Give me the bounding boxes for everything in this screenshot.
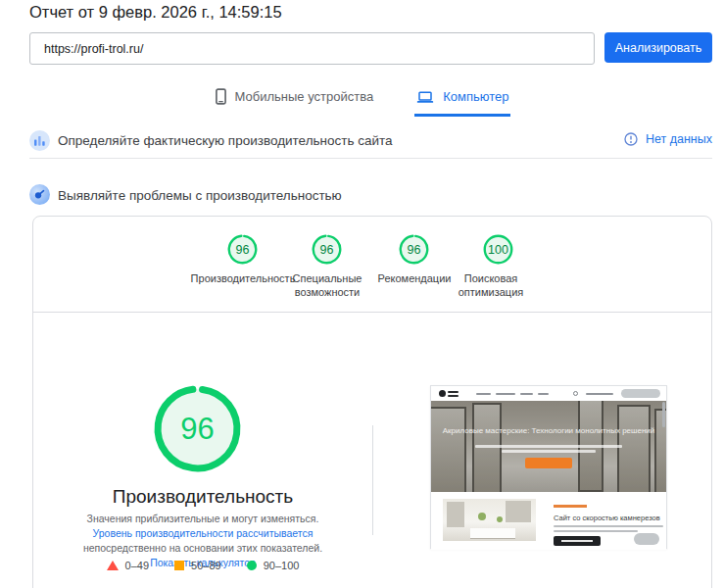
page-title: Отчет от 9 февр. 2026 г., 14:59:15	[29, 3, 282, 22]
device-tabs: Мобильные устройства Компьютер	[0, 84, 724, 117]
preview-card-tag	[554, 505, 587, 508]
score-legend: 0–49 50–89 90–100	[33, 560, 372, 571]
orange-square-icon	[174, 561, 184, 570]
legend-range: 0–49	[125, 560, 149, 571]
performance-score-value: 96	[150, 381, 245, 476]
field-data-section-header: Определяйте фактическую производительнос…	[0, 127, 724, 155]
tab-mobile-label: Мобильные устройства	[235, 89, 374, 104]
tab-desktop[interactable]: Компьютер	[414, 84, 510, 117]
speedometer-icon	[29, 184, 50, 205]
preview-scrollbar	[662, 402, 665, 427]
legend-item-average: 50–89	[174, 560, 221, 571]
performance-main-gauge: 96	[150, 381, 245, 476]
lighthouse-report-card: 96 96 96 100 Производительность Специаль…	[32, 216, 712, 588]
score-value: 100	[482, 233, 514, 266]
note-text-1: Значения приблизительные и могут изменят…	[87, 513, 319, 524]
legend-range: 50–89	[191, 560, 221, 571]
lab-data-section-title: Выявляйте проблемы с производительностью	[58, 188, 342, 203]
tab-desktop-label: Компьютер	[443, 89, 508, 104]
score-value: 96	[398, 233, 430, 266]
field-data-section-title: Определяйте фактическую производительнос…	[58, 133, 393, 148]
red-triangle-icon	[107, 561, 119, 570]
vertical-divider	[372, 425, 373, 535]
preview-chat-widget	[634, 533, 659, 545]
legend-range: 90–100	[264, 560, 300, 571]
no-data-link[interactable]: Нет данных	[624, 132, 712, 146]
site-screenshot-preview[interactable]: Акриловые мастерские: Технологии монолит…	[430, 385, 667, 549]
note-text-2: непосредственно на основании этих показа…	[83, 542, 322, 554]
preview-card-image	[443, 499, 536, 541]
score-gauge-seo[interactable]: 100	[482, 233, 514, 266]
preview-hero-cta-button	[525, 458, 572, 468]
preview-header-button	[621, 389, 660, 398]
preview-hero-title: Акриловые мастерские: Технологии монолит…	[441, 426, 657, 435]
legend-item-good: 90–100	[247, 560, 300, 571]
tab-mobile[interactable]: Мобильные устройства	[214, 84, 376, 117]
score-label-seo: Поисковая оптимизация	[451, 272, 531, 299]
pagespeed-report-page: Отчет от 9 февр. 2026 г., 14:59:15 Анали…	[0, 0, 724, 588]
section-divider	[29, 158, 712, 159]
no-data-label: Нет данных	[646, 132, 712, 146]
smartphone-icon	[216, 88, 226, 105]
preview-site-header	[431, 386, 666, 401]
score-value: 96	[226, 233, 259, 266]
card-divider	[33, 312, 711, 313]
preview-site-logo	[439, 390, 446, 397]
laptop-icon	[416, 90, 434, 104]
score-gauge-best-practices[interactable]: 96	[398, 233, 430, 266]
performance-heading: Производительность	[33, 486, 372, 508]
green-circle-icon	[247, 561, 257, 570]
preview-search-icon	[573, 391, 578, 396]
preview-hero-image: Акриловые мастерские: Технологии монолит…	[431, 401, 666, 492]
preview-content-section: Сайт со скоростью камнерезов	[431, 492, 666, 550]
url-input[interactable]	[29, 32, 595, 65]
lab-data-section-header: Выявляйте проблемы с производительностью	[0, 181, 724, 209]
info-icon	[624, 132, 638, 146]
preview-card-button	[554, 536, 601, 546]
calculation-link[interactable]: Уровень производительности рассчитываетс…	[93, 527, 314, 539]
score-gauge-accessibility[interactable]: 96	[311, 233, 343, 266]
score-value: 96	[311, 233, 343, 266]
score-gauge-performance[interactable]: 96	[226, 233, 259, 266]
field-data-chart-icon	[29, 130, 50, 151]
legend-item-poor: 0–49	[107, 560, 149, 571]
analyze-button[interactable]: Анализировать	[604, 32, 712, 63]
preview-card-title: Сайт со скоростью камнерезов	[554, 514, 660, 522]
